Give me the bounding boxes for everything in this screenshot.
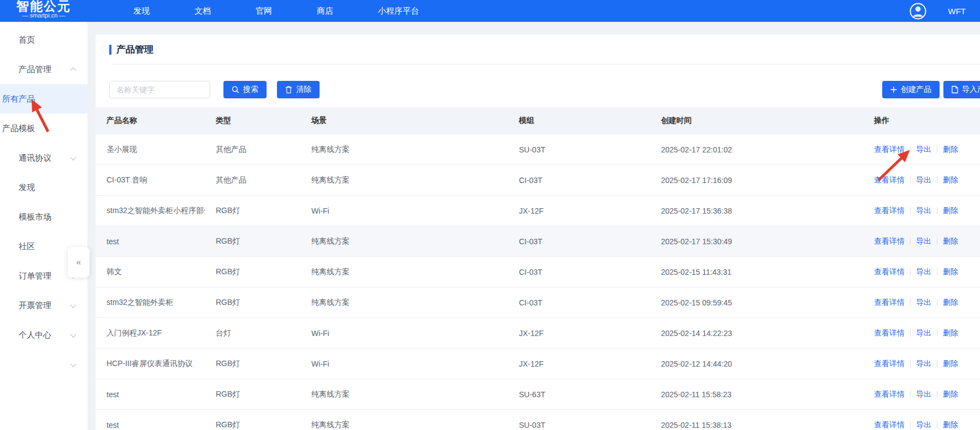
delete-link[interactable]: 删除 [943, 237, 958, 246]
table-row[interactable]: stm32之智能外卖柜小程序部分 RGB灯 Wi-Fi JX-12F 2025-… [96, 196, 980, 226]
view-details-link[interactable]: 查看详情 [874, 390, 905, 399]
trash-icon [285, 86, 292, 93]
export-link[interactable]: 导出 [916, 298, 931, 308]
view-details-link[interactable]: 查看详情 [874, 237, 905, 246]
table-row[interactable]: test RGB灯 纯离线方案 CI-03T 2025-02-17 15:30:… [96, 226, 980, 257]
export-link[interactable]: 导出 [916, 359, 931, 369]
user-avatar-icon[interactable] [910, 3, 926, 20]
delete-link[interactable]: 删除 [943, 420, 958, 430]
export-link[interactable]: 导出 [916, 145, 931, 155]
title-divider [112, 64, 980, 64]
cell-scene: 纯离线方案 [300, 145, 508, 155]
action-divider [937, 146, 937, 153]
sidebar-item[interactable]: 模板市场 [0, 202, 87, 232]
export-link[interactable]: 导出 [916, 206, 931, 216]
view-details-link[interactable]: 查看详情 [874, 145, 905, 155]
table-row[interactable]: 入门例程JX-12F 台灯 Wi-Fi JX-12F 2025-02-14 14… [96, 318, 980, 349]
search-button[interactable]: 搜索 [223, 81, 267, 98]
table-row[interactable]: 圣小展现 其他产品 纯离线方案 SU-03T 2025-02-17 22:01:… [96, 134, 980, 165]
delete-link[interactable]: 删除 [943, 298, 958, 308]
sidebar-item-label: 首页 [19, 35, 35, 45]
sidebar-item[interactable] [0, 350, 87, 379]
export-link[interactable]: 导出 [916, 175, 931, 185]
view-details-link[interactable]: 查看详情 [874, 359, 905, 369]
cell-created-time: 2025-02-12 14:44:20 [650, 360, 863, 368]
delete-link[interactable]: 删除 [943, 175, 958, 185]
sidebar-item-label: 订单管理 [19, 271, 51, 281]
action-divider [937, 268, 937, 275]
sidebar-item[interactable]: 产品管理 [0, 55, 87, 84]
export-link[interactable]: 导出 [916, 267, 931, 277]
delete-link[interactable]: 删除 [943, 206, 958, 216]
action-divider [937, 391, 937, 398]
sidebar-item-label: 所有产品 [2, 94, 35, 104]
delete-link[interactable]: 删除 [943, 359, 958, 369]
cell-actions: 查看详情 导出 删除 [863, 206, 980, 216]
import-button-label: 导入产品 [962, 85, 980, 95]
toolbar: 搜索 清除 [109, 81, 980, 98]
document-icon [952, 86, 958, 93]
top-nav-item[interactable]: 发现 [133, 6, 150, 16]
cell-actions: 查看详情 导出 删除 [863, 359, 980, 369]
cell-module: SU-03T [508, 421, 650, 429]
cell-module: JX-12F [508, 207, 650, 215]
cell-actions: 查看详情 导出 删除 [863, 175, 980, 185]
top-nav-item[interactable]: 小程序平台 [378, 6, 419, 16]
cell-type: 其他产品 [205, 145, 300, 155]
view-details-link[interactable]: 查看详情 [874, 175, 905, 185]
sidebar-item[interactable]: 个人中心 [0, 320, 87, 350]
user-area: WFT [910, 3, 980, 20]
export-link[interactable]: 导出 [916, 390, 931, 399]
export-link[interactable]: 导出 [916, 328, 931, 338]
delete-link[interactable]: 删除 [943, 390, 958, 399]
cell-product-name: CI-03T 音响 [96, 175, 205, 185]
cell-module: SU-63T [508, 390, 650, 399]
cell-scene: Wi-Fi [300, 329, 508, 338]
brand-logo[interactable]: 智能公元 — smartpi.cn — [0, 3, 87, 19]
delete-link[interactable]: 删除 [943, 267, 958, 277]
top-nav-item[interactable]: 文档 [194, 6, 211, 16]
view-details-link[interactable]: 查看详情 [874, 206, 905, 216]
chevron-down-icon [70, 154, 76, 160]
action-divider [910, 176, 911, 184]
cell-product-name: stm32之智能外卖柜 [96, 298, 205, 308]
top-nav-item[interactable]: 官网 [256, 6, 272, 16]
sidebar-item[interactable]: 开票管理 [0, 291, 87, 320]
clear-button[interactable]: 清除 [277, 81, 320, 98]
import-product-button[interactable]: 导入产品 [943, 81, 980, 98]
table-row[interactable]: CI-03T 音响 其他产品 纯离线方案 CI-03T 2025-02-17 1… [96, 165, 980, 196]
view-details-link[interactable]: 查看详情 [874, 328, 905, 338]
action-divider [910, 207, 911, 214]
page-title-row: 产品管理 [96, 34, 980, 56]
table-row[interactable]: stm32之智能外卖柜 RGB灯 纯离线方案 CI-03T 2025-02-15… [96, 287, 980, 318]
cell-created-time: 2025-02-11 15:58:23 [650, 390, 863, 399]
view-details-link[interactable]: 查看详情 [874, 267, 905, 277]
sidebar-item[interactable]: 首页 [0, 25, 87, 55]
sidebar-item[interactable]: 通讯协议 [0, 143, 87, 173]
delete-link[interactable]: 删除 [943, 145, 958, 155]
export-link[interactable]: 导出 [916, 420, 931, 430]
table-row[interactable]: test RGB灯 纯离线方案 SU-63T 2025-02-11 15:58:… [96, 379, 980, 410]
sidebar-item[interactable]: 产品模板 [0, 114, 87, 143]
cell-type: RGB灯 [205, 237, 300, 246]
view-details-link[interactable]: 查看详情 [874, 298, 905, 308]
sidebar-collapse-handle[interactable]: « [68, 247, 90, 278]
table-row[interactable]: test RGB灯 纯离线方案 SU-03T 2025-02-11 15:38:… [96, 410, 980, 430]
action-divider [937, 299, 937, 306]
search-input[interactable] [109, 81, 210, 98]
table-row[interactable]: 韩文 RGB灯 纯离线方案 CI-03T 2025-02-15 11:43:31… [96, 257, 980, 287]
table-row[interactable]: HCP-III睿屏仪表通讯协议 RGB灯 Wi-Fi JX-12F 2025-0… [96, 349, 980, 379]
view-details-link[interactable]: 查看详情 [874, 420, 905, 430]
create-button-label: 创建产品 [901, 85, 931, 95]
delete-link[interactable]: 删除 [943, 328, 958, 338]
cell-product-name: test [96, 237, 205, 246]
export-link[interactable]: 导出 [916, 237, 931, 246]
sidebar-item[interactable]: 所有产品 [0, 84, 87, 114]
username-label[interactable]: WFT [948, 7, 966, 16]
cell-created-time: 2025-02-17 15:36:38 [650, 207, 863, 215]
top-nav-item[interactable]: 商店 [317, 6, 333, 16]
search-icon [232, 86, 239, 93]
sidebar-item[interactable]: 发现 [0, 173, 87, 202]
action-divider [910, 360, 911, 367]
create-product-button[interactable]: 创建产品 [882, 81, 940, 98]
